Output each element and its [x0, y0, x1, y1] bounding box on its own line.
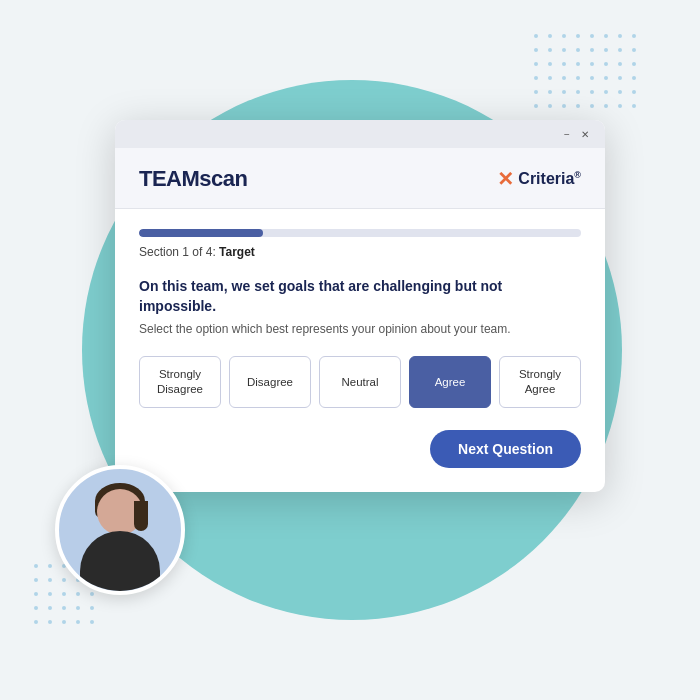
modal-header: TEAMscan ✕ Criteria®	[115, 148, 605, 209]
person-hair-side	[134, 501, 148, 531]
next-btn-row: Next Question	[139, 430, 581, 468]
criteria-logo: ✕ Criteria®	[497, 167, 581, 191]
criteria-x-icon: ✕	[497, 167, 514, 191]
section-label: Section 1 of 4: Target	[139, 245, 581, 259]
option-strongly-agree[interactable]: StronglyAgree	[499, 356, 581, 408]
next-question-button[interactable]: Next Question	[430, 430, 581, 468]
option-agree[interactable]: Agree	[409, 356, 491, 408]
progress-bar-container	[139, 229, 581, 237]
person-figure	[59, 469, 181, 591]
person-body	[80, 531, 160, 591]
minimize-button[interactable]: −	[561, 128, 573, 140]
option-strongly-disagree[interactable]: StronglyDisagree	[139, 356, 221, 408]
question-sub-text: Select the option which best represents …	[139, 322, 581, 336]
progress-bar-fill	[139, 229, 263, 237]
avatar	[55, 465, 185, 595]
section-target: Target	[219, 245, 255, 259]
question-main-text: On this team, we set goals that are chal…	[139, 277, 581, 316]
section-prefix: Section 1 of 4:	[139, 245, 219, 259]
option-neutral[interactable]: Neutral	[319, 356, 401, 408]
option-disagree[interactable]: Disagree	[229, 356, 311, 408]
modal-titlebar: − ✕	[115, 120, 605, 148]
modal-body: Section 1 of 4: Target On this team, we …	[115, 209, 605, 492]
scene: for(let i=0;i<48;i++) document.write('<s…	[0, 0, 700, 700]
criteria-text: Criteria®	[518, 170, 581, 188]
options-row: StronglyDisagree Disagree Neutral Agree …	[139, 356, 581, 408]
close-button[interactable]: ✕	[579, 128, 591, 140]
teamscan-logo: TEAMscan	[139, 166, 247, 192]
dots-top-right: for(let i=0;i<48;i++) document.write('<s…	[530, 30, 650, 130]
modal-window: − ✕ TEAMscan ✕ Criteria® Section 1 of 4:…	[115, 120, 605, 492]
